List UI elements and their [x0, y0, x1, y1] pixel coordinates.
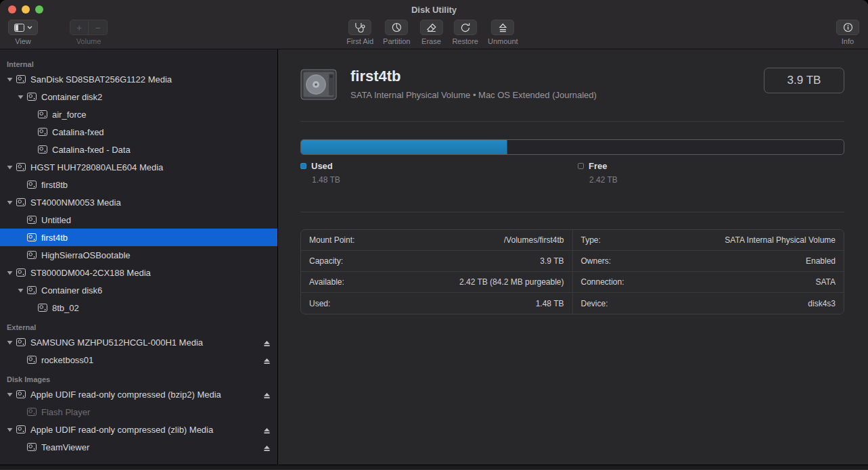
- unmount-button[interactable]: [491, 20, 514, 35]
- sidebar-item[interactable]: first4tb: [0, 229, 277, 246]
- disk-icon: [16, 425, 26, 433]
- add-volume-button[interactable]: +: [70, 20, 89, 35]
- sidebar-section: External SAMSUNG MZHPU512HCGL-000H1 Medi…: [0, 323, 277, 369]
- detail-label: Used:: [309, 299, 330, 308]
- sidebar-item[interactable]: SanDisk SD8SBAT256G1122 Media: [0, 70, 277, 88]
- sidebar-item-label: first4tb: [41, 233, 85, 243]
- disclosure-triangle-icon[interactable]: [7, 165, 16, 170]
- sidebar-item[interactable]: Flash Player: [0, 403, 277, 421]
- sidebar-item[interactable]: Apple UDIF read-only compressed (bzip2) …: [0, 385, 277, 403]
- disk-icon: [38, 128, 47, 136]
- sidebar-item[interactable]: Catalina-fxed: [0, 123, 277, 141]
- sidebar-item-label: Apple UDIF read-only compressed (bzip2) …: [30, 390, 239, 400]
- disk-icon: [27, 443, 37, 451]
- disk-icon: [38, 145, 47, 154]
- used-value: 1.48 TB: [312, 175, 340, 185]
- pie-chart-icon: [392, 22, 402, 32]
- detail-value: 3.9 TB: [540, 256, 564, 266]
- disclosure-triangle-icon[interactable]: [7, 271, 16, 275]
- disclosure-triangle-icon[interactable]: [7, 77, 16, 82]
- disk-icon: [16, 390, 26, 398]
- partition-button[interactable]: [385, 20, 408, 35]
- disk-icon: [27, 233, 37, 241]
- divider: [300, 212, 844, 212]
- disk-utility-window: Disk Utility View + −: [0, 0, 868, 470]
- sidebar-item[interactable]: Catalina-fxed - Data: [0, 141, 277, 158]
- eject-icon[interactable]: [263, 391, 271, 401]
- disclosure-triangle-icon[interactable]: [7, 340, 16, 345]
- details-table: Mount Point: /Volumes/first4tb Capacity:…: [300, 229, 844, 314]
- sidebar-item[interactable]: HGST HUH728080ALE604 Media: [0, 158, 277, 176]
- sidebar-item[interactable]: air_force: [0, 105, 277, 123]
- sidebar-item-label: TeamViewer: [41, 442, 107, 452]
- sidebar-section-title: Internal: [7, 60, 277, 68]
- divider: [300, 121, 844, 122]
- sidebar-item[interactable]: TeamViewer: [0, 438, 277, 456]
- disk-icon: [27, 286, 37, 294]
- disclosure-triangle-icon[interactable]: [7, 200, 16, 205]
- detail-label: Available:: [309, 277, 344, 287]
- disk-icon: [38, 304, 47, 312]
- sidebar-item[interactable]: 8tb_02: [0, 299, 277, 316]
- view-button[interactable]: [8, 20, 38, 35]
- legend-used: Used 1.48 TB: [300, 161, 340, 185]
- sidebar-toggle-icon: [14, 24, 24, 32]
- remove-volume-button[interactable]: −: [89, 20, 108, 35]
- detail-label: Connection:: [581, 277, 624, 287]
- usage-bar: [300, 139, 844, 155]
- legend-free: Free 2.42 TB: [578, 161, 618, 185]
- disk-icon: [16, 198, 26, 206]
- sidebar-item-label: air_force: [52, 110, 104, 120]
- erase-button[interactable]: [419, 20, 442, 35]
- eject-icon[interactable]: [263, 444, 271, 454]
- sidebar-item[interactable]: SAMSUNG MZHPU512HCGL-000H1 Media: [0, 333, 277, 351]
- sidebar-item[interactable]: Untitled: [0, 211, 277, 229]
- toolbar: View + − Volume First Aid: [0, 19, 868, 49]
- detail-value: 1.48 TB: [536, 299, 564, 308]
- restore-button[interactable]: [454, 20, 477, 35]
- sidebar-item-label: Untitled: [41, 215, 89, 225]
- disk-icon: [27, 408, 37, 416]
- sidebar-item[interactable]: ST8000DM004-2CX188 Media: [0, 264, 277, 281]
- erase-label: Erase: [421, 37, 441, 45]
- sidebar-item-label: rocketboss01: [41, 355, 111, 365]
- usage-legend: Used 1.48 TB Free 2.42 TB: [300, 161, 844, 192]
- sidebar-item[interactable]: Apple UDIF read-only compressed (zlib) M…: [0, 421, 277, 438]
- eject-icon[interactable]: [263, 356, 271, 367]
- disclosure-triangle-icon[interactable]: [7, 427, 16, 432]
- unmount-label: Unmount: [488, 37, 518, 45]
- sidebar-item[interactable]: HighSierraOSBootable: [0, 246, 277, 264]
- sidebar-item[interactable]: first8tb: [0, 176, 277, 193]
- sidebar: Internal SanDisk SD8SBAT256G1122 Media C…: [0, 49, 278, 465]
- detail-value: Enabled: [806, 256, 836, 266]
- usage-bar-fill: [301, 140, 507, 154]
- sidebar-item-label: Flash Player: [41, 407, 108, 417]
- volume-title: first4tb: [350, 68, 597, 85]
- eraser-icon: [426, 23, 436, 32]
- sidebar-item-label: Container disk6: [41, 285, 120, 296]
- detail-row: Device: disk4s3: [573, 293, 844, 314]
- detail-row: Capacity: 3.9 TB: [301, 251, 572, 272]
- capacity-badge: 3.9 TB: [764, 68, 844, 93]
- info-button[interactable]: [836, 20, 859, 35]
- sidebar-item[interactable]: Container disk2: [0, 88, 277, 105]
- disclosure-triangle-icon[interactable]: [7, 392, 16, 397]
- disclosure-triangle-icon[interactable]: [18, 95, 27, 99]
- sidebar-item[interactable]: ST4000NM0053 Media: [0, 193, 277, 211]
- volume-label: Volume: [76, 37, 101, 45]
- sidebar-item-label: 8tb_02: [52, 303, 97, 313]
- eject-icon[interactable]: [263, 339, 271, 349]
- free-swatch: [578, 163, 584, 169]
- sidebar-item-label: Catalina-fxed - Data: [52, 145, 148, 155]
- disclosure-triangle-icon[interactable]: [18, 288, 27, 293]
- sidebar-item[interactable]: rocketboss01: [0, 351, 277, 369]
- sidebar-item[interactable]: Container disk6: [0, 281, 277, 299]
- eject-icon[interactable]: [263, 426, 271, 436]
- sidebar-item-label: Container disk2: [41, 92, 120, 102]
- unmount-eject-icon: [499, 23, 507, 32]
- window-bottom-edge: [0, 465, 868, 469]
- hard-drive-icon: [300, 69, 337, 103]
- volume-header: first4tb SATA Internal Physical Volume •…: [300, 68, 844, 103]
- first-aid-button[interactable]: [348, 20, 371, 35]
- stethoscope-icon: [354, 22, 367, 32]
